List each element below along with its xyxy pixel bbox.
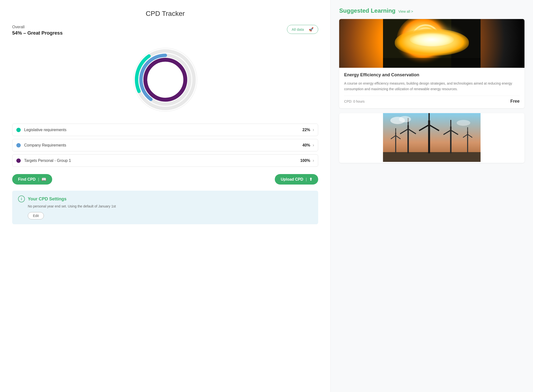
course-image-windmill [339, 113, 524, 163]
legislative-percent: 22% [302, 128, 310, 132]
company-name: Company Requirements [24, 143, 302, 147]
company-dot [16, 143, 21, 147]
overall-value: 54% – Great Progress [12, 30, 63, 36]
targets-name: Targets Personal - Group 1 [24, 158, 300, 163]
targets-percent: 100% [300, 158, 310, 163]
svg-point-13 [421, 34, 430, 43]
upload-cpd-label: Upload CPD [281, 177, 303, 182]
svg-point-0 [134, 48, 197, 111]
view-all-link[interactable]: View all > [398, 10, 413, 13]
svg-rect-15 [383, 58, 481, 68]
edit-label: Edit [33, 214, 39, 218]
course-image-lightbulb [339, 19, 524, 68]
category-row-company[interactable]: Company Requirements 40% › [12, 139, 318, 151]
upload-icon: ⬆ [309, 177, 312, 182]
overall-info: Overall 54% – Great Progress [12, 25, 63, 36]
donut-chart [131, 46, 199, 114]
btn-divider: | [306, 177, 307, 182]
rocket-icon: 🚀 [309, 27, 314, 32]
course-desc-energy: A course on energy efficiency measures, … [344, 81, 520, 92]
course-title-energy: Energy Efficiency and Conservation [344, 72, 520, 78]
button-divider: | [306, 27, 307, 31]
bottom-buttons: Find CPD | 📖 Upload CPD | ⬆ [12, 174, 318, 185]
company-percent: 40% [302, 143, 310, 147]
category-row-legislative[interactable]: Legislative requirements 22% › [12, 124, 318, 136]
edit-button[interactable]: Edit [28, 212, 44, 219]
find-cpd-label: Find CPD [18, 177, 36, 182]
cpd-settings-header: i Your CPD Settings [18, 196, 312, 202]
svg-point-39 [399, 116, 411, 122]
all-data-button[interactable]: All data | 🚀 [287, 25, 318, 34]
targets-dot [16, 158, 21, 163]
course-card-wind[interactable] [339, 113, 524, 163]
cpd-settings-description: No personal year end set. Using the defa… [28, 204, 312, 208]
page-title: CPD Tracker [12, 10, 318, 18]
svg-point-40 [457, 120, 470, 126]
chevron-right-icon: › [313, 127, 314, 132]
chevron-right-icon: › [313, 158, 314, 163]
cpd-settings-title: Your CPD Settings [28, 196, 67, 202]
book-icon: 📖 [41, 177, 46, 182]
course-card-body-energy: Energy Efficiency and Conservation A cou… [339, 68, 524, 108]
svg-point-11 [415, 28, 436, 49]
btn-divider: | [38, 177, 39, 182]
suggested-title: Suggested Learning [339, 7, 395, 14]
left-panel: CPD Tracker Overall 54% – Great Progress… [0, 0, 330, 392]
right-panel: Suggested Learning View all > [330, 0, 533, 392]
suggested-learning-header: Suggested Learning View all > [339, 7, 524, 14]
svg-point-12 [418, 31, 433, 46]
course-card-energy[interactable]: Energy Efficiency and Conservation A cou… [339, 19, 524, 108]
chart-container [12, 43, 318, 116]
category-list: Legislative requirements 22% › Company R… [12, 124, 318, 167]
course-footer-energy: CPD: 0 hours Free [344, 96, 520, 104]
course-price-energy: Free [510, 99, 520, 104]
upload-cpd-button[interactable]: Upload CPD | ⬆ [275, 174, 318, 185]
legislative-name: Legislative requirements [24, 128, 302, 132]
category-row-targets[interactable]: Targets Personal - Group 1 100% › [12, 154, 318, 167]
find-cpd-button[interactable]: Find CPD | 📖 [12, 174, 52, 185]
cpd-settings-box: i Your CPD Settings No personal year end… [12, 191, 318, 224]
overall-label: Overall [12, 25, 63, 29]
chevron-right-icon: › [313, 143, 314, 148]
svg-rect-17 [383, 152, 481, 162]
course-cpd-energy: CPD: 0 hours [344, 99, 365, 103]
overall-section: Overall 54% – Great Progress All data | … [12, 25, 318, 36]
svg-point-10 [412, 25, 439, 52]
all-data-label: All data [292, 27, 304, 31]
svg-point-7 [145, 60, 185, 100]
legislative-dot [16, 128, 21, 132]
main-container: CPD Tracker Overall 54% – Great Progress… [0, 0, 533, 392]
info-icon: i [18, 196, 25, 202]
